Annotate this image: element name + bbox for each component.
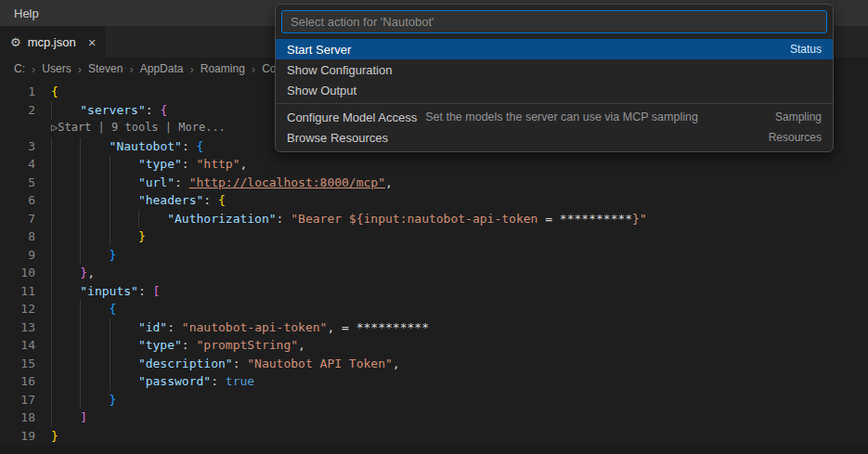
- code-token: "password": [138, 374, 211, 388]
- code-token: "Authorization": [167, 212, 276, 226]
- quick-pick: Start ServerStatusShow ConfigurationShow…: [275, 4, 834, 152]
- breadcrumb-item[interactable]: AppData: [140, 62, 184, 75]
- code-line: {: [35, 300, 116, 318]
- indent-guide: [51, 372, 80, 391]
- line-number: 11: [0, 282, 35, 301]
- code-line: }: [35, 391, 116, 409]
- code-token: {: [197, 139, 204, 153]
- line-number: 4: [0, 155, 35, 174]
- breadcrumb-item[interactable]: Roaming: [201, 62, 245, 75]
- quick-pick-list: Start ServerStatusShow ConfigurationShow…: [276, 39, 833, 148]
- indent-guide: [80, 300, 109, 318]
- indent-guide: [110, 318, 138, 337]
- indent-guide: [110, 155, 138, 174]
- code-token: :: [277, 212, 291, 226]
- indent-guide: [80, 355, 109, 373]
- code-line: "inputs": [: [35, 282, 160, 301]
- code-token: :: [182, 157, 197, 171]
- breadcrumb-item[interactable]: Users: [42, 62, 71, 75]
- code-token: ,: [385, 175, 393, 189]
- indent-guide: [51, 191, 80, 210]
- code-token: :: [233, 357, 248, 370]
- indent-guide: [80, 191, 109, 210]
- code-token: "type": [138, 338, 182, 352]
- code-line: }: [35, 427, 58, 446]
- code-line: "url": "http://localhost:8000/mcp",: [35, 174, 393, 192]
- window-bottom-edge: [0, 446, 868, 454]
- code-line: }: [35, 227, 146, 246]
- line-number: 8: [0, 227, 35, 246]
- code-line: "id": "nautobot-api-token", = **********: [35, 318, 429, 337]
- item-category: Sampling: [775, 110, 822, 123]
- indent-guide: [80, 336, 109, 355]
- quick-pick-input-box: [281, 10, 827, 33]
- indent-guide: [138, 210, 167, 228]
- code-token: ]: [80, 410, 87, 424]
- line-number: 6: [0, 191, 35, 210]
- code-token: :: [175, 175, 189, 189]
- indent-guide: [110, 174, 138, 192]
- tab-close-icon[interactable]: ×: [88, 35, 97, 49]
- item-category: Status: [790, 43, 822, 56]
- code-token: ,: [240, 157, 247, 171]
- indent-guide: [51, 227, 80, 246]
- indent-guide: [80, 318, 109, 337]
- code-token: :: [167, 320, 182, 334]
- codelens-actions[interactable]: ▷Start | 9 tools | More...: [35, 119, 226, 137]
- line-number: 12: [0, 300, 35, 318]
- code-line: "type": "promptString",: [35, 336, 305, 355]
- code-token: "Nautobot": [110, 139, 182, 153]
- breadcrumb-chevron-icon: ›: [252, 62, 255, 76]
- menu-help[interactable]: Help: [8, 5, 45, 22]
- quick-pick-input[interactable]: [282, 15, 826, 29]
- quick-pick-item-configure-model-access[interactable]: Configure Model AccessSet the models the…: [276, 107, 833, 127]
- code-token: "nautobot-api-token": [182, 320, 328, 334]
- breadcrumb-chevron-icon: ›: [78, 62, 82, 76]
- code-token: "headers": [138, 193, 203, 207]
- item-label: Configure Model Access: [287, 110, 417, 124]
- breadcrumb-item[interactable]: C:: [14, 62, 25, 75]
- indent-guide: [51, 391, 80, 409]
- breadcrumb-item[interactable]: Steven: [88, 62, 123, 75]
- code-line: ]: [35, 409, 87, 427]
- code-token: "id": [138, 320, 167, 334]
- breadcrumb-chevron-icon: ›: [32, 62, 35, 76]
- code-token: = **********: [334, 320, 429, 334]
- code-token: "http": [197, 157, 240, 171]
- line-number: [0, 119, 35, 137]
- indent-guide: [80, 246, 109, 265]
- code-token: "description": [138, 357, 233, 370]
- indent-guide: [110, 191, 138, 210]
- code-token: :: [182, 139, 197, 153]
- line-number: 10: [0, 264, 35, 282]
- indent-guide: [51, 264, 80, 282]
- code-line: "Nautobot": {: [35, 137, 203, 156]
- code-line: "password": true: [35, 372, 254, 391]
- line-number: 9: [0, 246, 35, 265]
- code-token: true: [226, 374, 254, 388]
- item-label: Show Configuration: [287, 63, 392, 77]
- quick-pick-item-show-output[interactable]: Show Output: [276, 80, 833, 100]
- quick-pick-item-browse-resources[interactable]: Browse ResourcesResources: [276, 127, 833, 148]
- code-token: {: [110, 302, 117, 316]
- code-line: },: [35, 264, 95, 282]
- line-number: 19: [0, 427, 35, 446]
- indent-guide: [51, 300, 80, 318]
- code-token: "http://localhost:8000/mcp": [189, 175, 385, 189]
- quick-pick-item-show-configuration[interactable]: Show Configuration: [276, 59, 833, 80]
- line-number: 18: [0, 409, 35, 427]
- indent-guide: [51, 174, 80, 192]
- code-line: "description": "Nautobot API Token",: [35, 355, 400, 373]
- code-token: "url": [138, 175, 175, 189]
- code-token: }: [51, 429, 58, 443]
- quick-pick-item-start-server[interactable]: Start ServerStatus: [276, 39, 833, 59]
- tab-mcp-json[interactable]: ⚙ mcp.json ×: [0, 26, 107, 58]
- code-token: "type": [138, 157, 182, 171]
- indent-guide: [110, 336, 138, 355]
- item-label: Browse Resources: [287, 131, 388, 145]
- code-token: }": [632, 212, 647, 226]
- indent-guide: [51, 409, 80, 427]
- code-token: ,: [393, 357, 400, 370]
- indent-guide: [51, 355, 80, 373]
- item-description: Set the models the server can use via MC…: [425, 110, 698, 123]
